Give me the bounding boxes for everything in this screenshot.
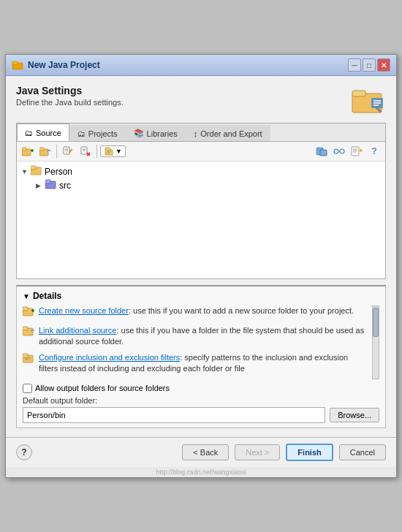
detail-text-2: Link additional source: use this if you …	[39, 325, 369, 348]
tree-children: ▶ src	[34, 178, 382, 192]
tree-item-src[interactable]: ▶ src	[34, 178, 382, 192]
output-folder-label: Default output folder:	[23, 396, 379, 405]
toolbar-right: ?	[314, 144, 382, 159]
tab-order-icon: ↕	[194, 129, 198, 138]
next-button[interactable]: Next >	[235, 444, 280, 460]
details-content: Create new source folder: use this if yo…	[23, 305, 379, 379]
detail-icon-1	[23, 306, 34, 321]
details-section: ▼ Details	[16, 285, 386, 428]
maximize-button[interactable]: □	[363, 58, 376, 72]
window-icon	[12, 59, 23, 71]
tree-label-src: src	[59, 180, 71, 191]
svg-rect-39	[45, 180, 50, 183]
tree-arrow-src: ▶	[36, 182, 43, 189]
output-folder-input[interactable]	[23, 407, 325, 423]
output-folder-row: Browse...	[23, 407, 379, 423]
detail-link-link-source[interactable]: Link additional source	[39, 326, 116, 335]
close-button[interactable]: ✕	[377, 58, 390, 72]
allow-output-row: Allow output folders for source folders	[23, 384, 379, 393]
source-toolbar: ▼	[17, 142, 385, 162]
tab-source-icon: 🗂	[25, 129, 33, 137]
add-source-folder-button[interactable]	[20, 144, 36, 159]
detail-link-create-source[interactable]: Create new source folder	[39, 306, 129, 315]
dropdown-arrow-icon: ▼	[115, 148, 122, 155]
titlebar: New Java Project ─ □ ✕	[6, 55, 396, 76]
tab-libraries[interactable]: 📚 Libraries	[126, 125, 186, 141]
svg-rect-1	[12, 61, 18, 64]
details-scrollbar[interactable]	[372, 305, 379, 379]
svg-rect-37	[31, 166, 36, 170]
svg-rect-41	[23, 307, 28, 311]
window-title: New Java Project	[28, 60, 344, 70]
tab-bar: 🗂 Source 🗂 Projects 📚 Libraries ↕ Order …	[17, 123, 385, 142]
svg-rect-45	[23, 327, 28, 330]
svg-rect-32	[352, 147, 359, 156]
tab-container: 🗂 Source 🗂 Projects 📚 Libraries ↕ Order …	[16, 123, 386, 279]
help-button[interactable]: ?	[16, 444, 32, 460]
details-toggle-icon: ▼	[23, 292, 30, 300]
minimize-button[interactable]: ─	[348, 58, 361, 72]
watermark: http://blog.csdn.net/wangxiaosi	[6, 467, 396, 477]
output-folder-section: Default output folder: Browse...	[23, 396, 379, 423]
remove-button[interactable]	[77, 144, 94, 159]
toolbar-separator-1	[56, 145, 57, 158]
tab-libraries-icon: 📚	[134, 129, 144, 138]
tree-arrow-person: ▼	[21, 168, 29, 175]
detail-text-3: Configure inclusion and exclusion filter…	[39, 352, 369, 375]
browse-button[interactable]: Browse...	[330, 408, 379, 422]
edit-button[interactable]	[60, 144, 76, 159]
detail-icon-3	[23, 353, 34, 368]
svg-point-29	[334, 149, 338, 153]
detail-item-link-source: Link additional source: use this if you …	[23, 325, 369, 348]
page-title: Java Settings	[16, 85, 124, 96]
allow-output-label[interactable]: Allow output folders for source folders	[35, 384, 170, 392]
export-button[interactable]	[349, 144, 365, 159]
tab-source[interactable]: 🗂 Source	[17, 123, 69, 141]
tree-icon-person	[31, 165, 42, 178]
svg-rect-14	[39, 148, 44, 151]
tab-projects[interactable]: 🗂 Projects	[69, 125, 126, 141]
link-source-button[interactable]	[331, 144, 347, 159]
tree-label-person: Person	[45, 167, 72, 177]
detail-item-create-source: Create new source folder: use this if yo…	[23, 305, 369, 321]
tab-panel-source: ▼	[17, 142, 385, 278]
detail-text-1: Create new source folder: use this if yo…	[39, 305, 354, 316]
header-text: Java Settings Define the Java build sett…	[16, 85, 124, 107]
toolbar-separator-2	[96, 145, 97, 158]
details-title: Details	[33, 291, 61, 301]
back-button[interactable]: < Back	[182, 444, 229, 460]
detail-item-filters: Configure inclusion and exclusion filter…	[23, 352, 369, 375]
source-tree: ▼ Person ▶	[17, 162, 385, 278]
cancel-button[interactable]: Cancel	[339, 444, 386, 460]
add-link-button[interactable]	[37, 144, 53, 159]
bottom-bar: ? < Back Next > Finish Cancel	[6, 437, 396, 467]
toolbar-dropdown[interactable]: ▼	[100, 145, 126, 157]
tab-order-export[interactable]: ↕ Order and Export	[186, 125, 270, 141]
tab-projects-icon: 🗂	[77, 129, 86, 138]
scrollbar-thumb[interactable]	[373, 308, 379, 337]
toolbar-help-button[interactable]: ?	[366, 144, 382, 159]
header-icon	[351, 85, 386, 114]
svg-rect-10	[22, 148, 26, 151]
svg-rect-47	[23, 354, 28, 357]
tree-root-person[interactable]: ▼ Person	[20, 164, 382, 178]
content-area: Java Settings Define the Java build sett…	[6, 76, 396, 436]
details-header[interactable]: ▼ Details	[23, 291, 379, 301]
svg-point-30	[340, 149, 344, 153]
svg-rect-28	[320, 150, 327, 156]
svg-rect-3	[352, 91, 365, 96]
main-window: New Java Project ─ □ ✕ Java Settings Def…	[5, 54, 397, 477]
window-controls: ─ □ ✕	[348, 58, 390, 72]
detail-link-filters[interactable]: Configure inclusion and exclusion filter…	[39, 353, 180, 362]
tree-icon-src	[45, 179, 57, 191]
help-icon: ?	[371, 146, 376, 156]
link-external-button[interactable]	[314, 144, 330, 159]
finish-button[interactable]: Finish	[286, 444, 333, 461]
detail-icon-2	[23, 326, 34, 341]
page-subtitle: Define the Java build settings.	[16, 98, 124, 107]
header-section: Java Settings Define the Java build sett…	[16, 85, 386, 114]
allow-output-checkbox[interactable]	[23, 384, 32, 393]
